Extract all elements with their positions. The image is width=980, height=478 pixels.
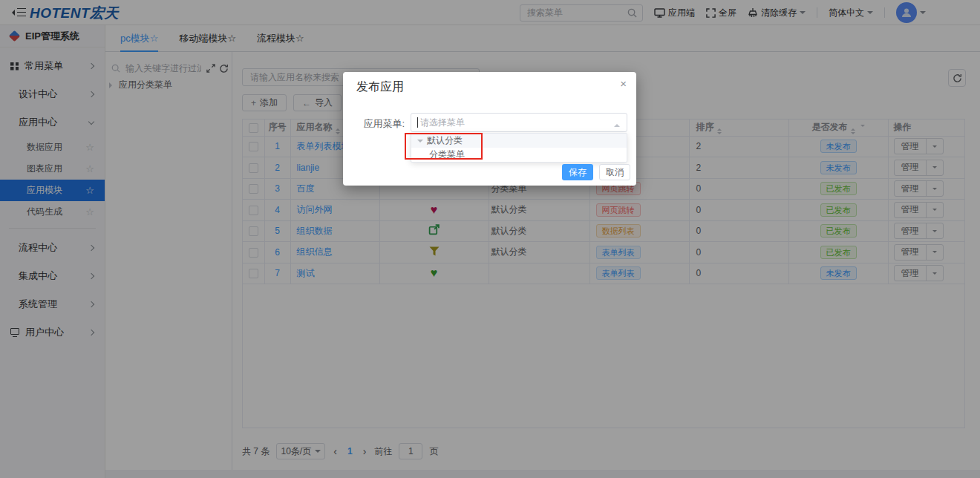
dropdown-option-label: 默认分类	[427, 134, 463, 147]
app-root: HOTENT宏天 应用端 全屏 清除缓存 简体中文	[0, 0, 980, 478]
caret-down-icon	[417, 140, 423, 145]
cancel-button[interactable]: 取消	[599, 164, 630, 180]
app-menu-select-input[interactable]	[419, 117, 610, 128]
close-icon[interactable]: ×	[620, 77, 627, 90]
chevron-up-icon	[614, 121, 620, 127]
publish-app-dialog: 发布应用 × 应用菜单: 默认分类分类菜单 保存 取消	[343, 72, 636, 186]
dropdown-option-label: 分类菜单	[429, 148, 465, 161]
dialog-title: 发布应用	[356, 79, 404, 95]
app-menu-field-label: 应用菜单:	[343, 117, 405, 131]
dropdown-option[interactable]: 分类菜单	[411, 148, 627, 162]
dropdown-option[interactable]: 默认分类	[411, 134, 627, 148]
save-button[interactable]: 保存	[562, 164, 593, 180]
menu-dropdown: 默认分类分类菜单	[411, 133, 627, 163]
text-cursor	[417, 117, 418, 128]
app-menu-select[interactable]	[411, 113, 627, 132]
